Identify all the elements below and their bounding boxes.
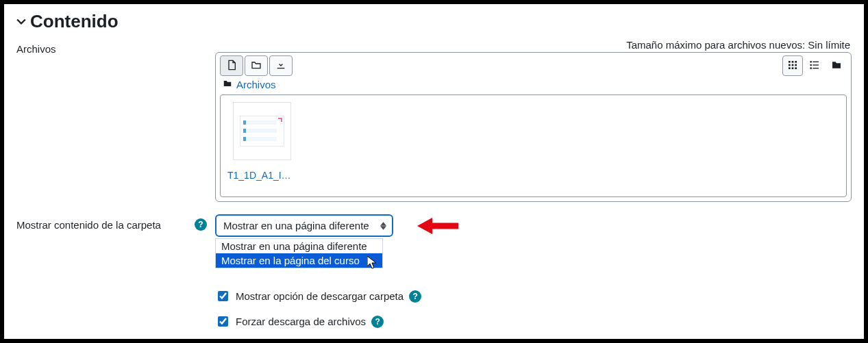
display-dropdown: Mostrar en una página diferente Mostrar … bbox=[215, 238, 383, 268]
svg-rect-0 bbox=[789, 61, 791, 63]
download-icon bbox=[275, 60, 286, 73]
file-icon bbox=[226, 60, 237, 73]
svg-rect-14 bbox=[813, 68, 819, 68]
section-title: Contenido bbox=[30, 11, 119, 32]
svg-rect-7 bbox=[792, 67, 794, 69]
help-icon[interactable]: ? bbox=[195, 218, 207, 231]
arrow-annotation-icon bbox=[417, 216, 458, 238]
file-manager: Archivos T1_1D_A1_Im… bbox=[215, 52, 852, 202]
svg-rect-10 bbox=[813, 61, 819, 62]
cursor-icon bbox=[367, 256, 378, 270]
help-icon[interactable]: ? bbox=[409, 290, 421, 303]
file-item[interactable]: T1_1D_A1_Im… bbox=[227, 102, 296, 181]
folder-icon bbox=[251, 60, 262, 73]
add-file-button[interactable] bbox=[220, 55, 243, 76]
create-folder-button[interactable] bbox=[245, 55, 268, 76]
svg-point-9 bbox=[810, 61, 812, 63]
download-all-button[interactable] bbox=[269, 55, 293, 76]
view-icons-button[interactable] bbox=[782, 55, 803, 76]
display-option-0[interactable]: Mostrar en una página diferente bbox=[216, 239, 382, 253]
force-download-label: Forzar descarga de archivos bbox=[236, 316, 366, 327]
folder-solid-icon bbox=[831, 60, 842, 73]
section-header[interactable]: Contenido bbox=[16, 11, 852, 32]
display-option-1[interactable]: Mostrar en la página del curso bbox=[216, 253, 382, 268]
display-label-col: Mostrar contenido de la carpeta ? bbox=[16, 214, 215, 231]
svg-rect-5 bbox=[795, 64, 797, 66]
grid-icon bbox=[787, 60, 798, 73]
sort-icon bbox=[380, 222, 386, 230]
chevron-down-icon bbox=[16, 16, 26, 27]
breadcrumb-root[interactable]: Archivos bbox=[236, 79, 276, 90]
svg-rect-12 bbox=[813, 64, 819, 65]
download-label: Mostrar opción de descargar carpeta bbox=[236, 290, 404, 302]
svg-rect-2 bbox=[795, 61, 797, 63]
maxsize-text: Tamaño máximo para archivos nuevos: Sin … bbox=[215, 39, 852, 51]
file-thumbnail bbox=[233, 102, 291, 160]
svg-rect-3 bbox=[789, 64, 791, 66]
file-name: T1_1D_A1_Im… bbox=[227, 170, 296, 181]
view-details-button[interactable] bbox=[804, 55, 825, 76]
svg-rect-1 bbox=[792, 61, 794, 63]
help-icon[interactable]: ? bbox=[371, 316, 384, 328]
folder-solid-icon bbox=[223, 79, 232, 90]
list-icon bbox=[809, 60, 820, 73]
select-value: Mostrar en una página diferente bbox=[223, 220, 369, 231]
view-tree-button[interactable] bbox=[826, 55, 847, 76]
files-label: Archivos bbox=[16, 39, 215, 55]
display-label: Mostrar contenido de la carpeta bbox=[16, 219, 161, 231]
svg-point-11 bbox=[810, 64, 812, 66]
force-download-checkbox[interactable] bbox=[218, 316, 228, 327]
download-checkbox[interactable] bbox=[218, 291, 228, 301]
svg-point-13 bbox=[810, 67, 812, 69]
svg-rect-4 bbox=[792, 64, 794, 66]
svg-rect-6 bbox=[789, 67, 791, 69]
svg-rect-8 bbox=[795, 67, 797, 69]
download-option-row[interactable]: Mostrar opción de descargar carpeta ? bbox=[215, 289, 852, 303]
display-select[interactable]: Mostrar en una página diferente bbox=[215, 214, 393, 237]
force-download-row[interactable]: Forzar descarga de archivos ? bbox=[215, 314, 852, 329]
